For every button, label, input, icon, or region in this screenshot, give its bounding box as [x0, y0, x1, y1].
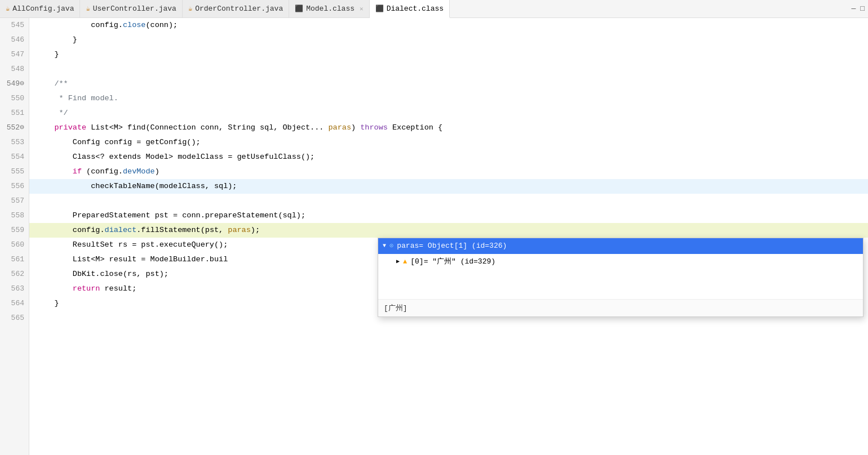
ln-563: 563 [0, 282, 24, 296]
debug-row-label-parent: paras= Object[1] (id=326) [397, 238, 507, 254]
tab-label-modelclass: Model.class [306, 5, 355, 13]
ln-557: 557 [0, 194, 24, 208]
code-line-554: Class<? extends Model> modelClass = getU… [29, 150, 868, 164]
class-icon-2: ⬛ [375, 5, 384, 13]
code-area: 545 546 547 548 549⊖ 550 551 552⊖ 553 55… [0, 18, 868, 455]
ln-550: 550 [0, 91, 24, 106]
warning-icon: ▲ [403, 254, 407, 270]
tab-label-allconfig: AllConfig.java [12, 5, 74, 13]
debug-row-label-child: [0]= "广州" (id=329) [410, 254, 495, 270]
debug-popup-row-parent[interactable]: ▼ ⊙ paras= Object[1] (id=326) [378, 238, 863, 254]
code-line-547: } [29, 47, 868, 62]
ln-553: 553 [0, 135, 24, 150]
tab-allconfig[interactable]: ☕ AllConfig.java [0, 0, 80, 17]
code-text-560: ResultSet rs = pst.executeQuery(); [29, 238, 228, 252]
ln-551: 551 [0, 106, 24, 121]
code-text-551: */ [29, 106, 68, 121]
code-line-552: private List<M> find(Connection conn, St… [29, 121, 868, 135]
line-numbers: 545 546 547 548 549⊖ 550 551 552⊖ 553 55… [0, 18, 29, 455]
code-text-546: } [29, 33, 77, 47]
code-text-558: PreparedStatement pst = conn.prepareStat… [29, 208, 305, 223]
code-text-550: * Find model. [29, 91, 118, 106]
java-icon-3: ☕ [188, 5, 192, 13]
code-line-558: PreparedStatement pst = conn.prepareStat… [29, 208, 868, 223]
tab-label-dialectclass: Dialect.class [387, 5, 444, 13]
tab-close-modelclass[interactable]: ✕ [360, 5, 364, 12]
code-line-559: ▶ config.dialect.fillStatement(pst, para… [29, 223, 868, 238]
tab-modelclass[interactable]: ⬛ Model.class ✕ [289, 0, 369, 17]
tab-ordercontroller[interactable]: ☕ OrderController.java [183, 0, 289, 17]
ln-556: 556 [0, 179, 24, 194]
code-text-556: checkTableName(modelClass, sql); [29, 179, 237, 194]
java-icon: ☕ [6, 5, 10, 13]
ln-549: 549⊖ [0, 77, 24, 91]
tab-bar: ☕ AllConfig.java ☕ UserController.java ☕… [0, 0, 868, 18]
ln-548: 548 [0, 62, 24, 77]
collapse-icon: ▼ [383, 238, 386, 254]
ln-565: 565 [0, 311, 24, 325]
debug-watch-icon: ⊙ [389, 238, 393, 254]
ln-547: 547 [0, 47, 24, 62]
code-text-554: Class<? extends Model> modelClass = getU… [29, 150, 315, 164]
ln-564: 564 [0, 296, 24, 311]
java-icon-2: ☕ [86, 5, 90, 13]
code-text-564: } [29, 296, 59, 311]
maximize-button[interactable]: □ [860, 5, 865, 13]
ln-561: 561 [0, 252, 24, 267]
code-text-553: Config config = getConfig(); [29, 135, 201, 150]
tab-dialectclass[interactable]: ⬛ Dialect.class [370, 0, 450, 18]
minimize-button[interactable]: — [851, 5, 856, 13]
class-icon: ⬛ [295, 5, 303, 13]
ln-559: 559 [0, 223, 24, 238]
code-text-555: if (config.devMode) [29, 164, 160, 179]
code-line-553: Config config = getConfig(); [29, 135, 868, 150]
code-line-545: config.close(conn); [29, 18, 868, 33]
code-text-547: } [29, 47, 59, 62]
code-line-549: /** [29, 77, 868, 91]
code-line-548 [29, 62, 868, 77]
tab-usercontroller[interactable]: ☕ UserController.java [80, 0, 182, 17]
tab-label-usercontroller: UserController.java [93, 5, 176, 13]
code-line-556: checkTableName(modelClass, sql); [29, 179, 868, 194]
code-text-545: config.close(conn); [29, 18, 178, 33]
ln-546: 546 [0, 33, 24, 47]
code-text-563: return result; [29, 282, 136, 296]
code-text-562: DbKit.close(rs, pst); [29, 267, 169, 282]
ln-558: 558 [0, 208, 24, 223]
code-line-557 [29, 194, 868, 208]
debug-popup-spacer [378, 270, 863, 299]
ln-560: 560 [0, 238, 24, 252]
ln-562: 562 [0, 267, 24, 282]
ln-552: 552⊖ [0, 121, 24, 135]
ln-545: 545 [0, 18, 24, 33]
debug-popup[interactable]: ▼ ⊙ paras= Object[1] (id=326) ▶ ▲ [0]= "… [378, 238, 863, 317]
debug-result: [广州] [378, 299, 863, 316]
code-text-559: config.dialect.fillStatement(pst, paras)… [29, 223, 260, 238]
code-content[interactable]: config.close(conn); } } /** * Find model… [29, 18, 868, 455]
code-text-548 [29, 62, 41, 77]
tab-spacer: — □ [450, 0, 868, 17]
ln-555: 555 [0, 164, 24, 179]
code-line-555: if (config.devMode) [29, 164, 868, 179]
code-text-549: /** [29, 77, 68, 91]
expand-icon: ▶ [396, 254, 400, 270]
code-text-552: private List<M> find(Connection conn, St… [29, 121, 442, 135]
code-text-557 [29, 194, 41, 208]
tab-label-ordercontroller: OrderController.java [195, 5, 283, 13]
code-text-561: List<M> result = ModelBuilder.buil [29, 252, 228, 267]
ln-554: 554 [0, 150, 24, 164]
code-line-546: } [29, 33, 868, 47]
code-line-551: */ [29, 106, 868, 121]
debug-popup-row-child[interactable]: ▶ ▲ [0]= "广州" (id=329) [378, 254, 863, 270]
code-text-565 [29, 311, 41, 325]
code-line-550: * Find model. [29, 91, 868, 106]
